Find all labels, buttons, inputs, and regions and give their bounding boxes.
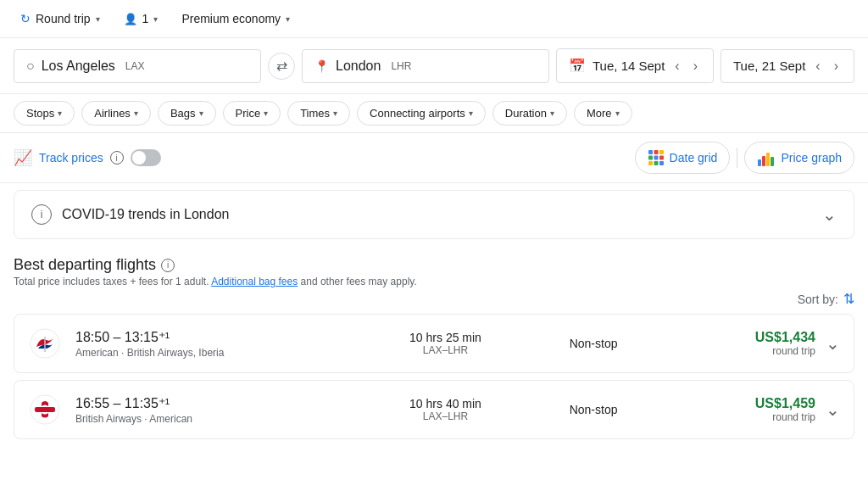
depart-prev-button[interactable]: ‹ bbox=[671, 59, 682, 74]
airlines-filter[interactable]: Airlines ▾ bbox=[81, 101, 151, 126]
price-filter[interactable]: Price ▾ bbox=[223, 101, 281, 126]
airlines-chevron: ▾ bbox=[134, 109, 138, 118]
passengers-button[interactable]: 👤 1 ▾ bbox=[117, 7, 165, 31]
price-amount-1: US$1,434 bbox=[667, 330, 815, 345]
connecting-chevron: ▾ bbox=[469, 109, 473, 118]
duration-time-2: 10 hrs 40 min bbox=[371, 397, 520, 410]
duration-route-2: LAX–LHR bbox=[371, 410, 520, 422]
airlines-label: Airlines bbox=[94, 107, 131, 120]
duration-filter[interactable]: Duration ▾ bbox=[492, 101, 567, 126]
tools-bar: 📈 Track prices i Date grid bbox=[0, 133, 868, 183]
track-prices-section: 📈 Track prices i bbox=[14, 148, 161, 167]
flights-info-icon[interactable]: i bbox=[161, 259, 175, 272]
swap-button[interactable]: ⇄ bbox=[268, 53, 295, 80]
track-prices-toggle[interactable] bbox=[131, 149, 161, 166]
more-filter[interactable]: More ▾ bbox=[574, 101, 632, 126]
svg-rect-2 bbox=[659, 150, 664, 154]
date-grid-label: Date grid bbox=[670, 151, 718, 165]
flight-duration-2: 10 hrs 40 min LAX–LHR bbox=[371, 397, 520, 422]
trip-type-label: Round trip bbox=[36, 12, 91, 25]
origin-code: LAX bbox=[125, 60, 145, 72]
price-chevron: ▾ bbox=[264, 109, 268, 118]
price-graph-label: Price graph bbox=[781, 151, 842, 165]
times-filter[interactable]: Times ▾ bbox=[287, 101, 350, 126]
origin-circle-icon: ○ bbox=[26, 59, 35, 74]
return-date-input[interactable]: Tue, 21 Sept ‹ › bbox=[721, 49, 854, 83]
section-title-text: Best departing flights bbox=[14, 256, 156, 274]
svg-rect-3 bbox=[648, 156, 653, 160]
svg-rect-10 bbox=[762, 156, 765, 166]
round-trip-icon: ↻ bbox=[20, 12, 31, 25]
track-prices-label: Track prices bbox=[39, 151, 103, 165]
calendar-icon: 📅 bbox=[569, 58, 586, 74]
duration-label: Duration bbox=[505, 107, 547, 120]
subtitle-text: Total price includes taxes + fees for 1 … bbox=[14, 276, 209, 287]
bags-label: Bags bbox=[170, 107, 196, 120]
flight-duration-1: 10 hrs 25 min LAX–LHR bbox=[371, 331, 520, 356]
flight-time-range-2: 16:55 – 11:35⁺¹ bbox=[75, 395, 371, 411]
destination-code: LHR bbox=[391, 60, 411, 72]
trip-type-chevron: ▾ bbox=[96, 14, 100, 24]
svg-rect-7 bbox=[654, 161, 658, 165]
airline-logo-1 bbox=[28, 326, 62, 360]
covid-section[interactable]: i COVID-19 trends in London ⌄ bbox=[14, 190, 854, 239]
stops-chevron: ▾ bbox=[58, 109, 62, 118]
bags-filter[interactable]: Bags ▾ bbox=[158, 101, 216, 126]
more-label: More bbox=[587, 107, 612, 120]
covid-info-icon: i bbox=[31, 204, 52, 225]
airline-names-2: British Airways · American bbox=[75, 413, 371, 425]
bags-chevron: ▾ bbox=[199, 109, 203, 118]
duration-chevron: ▾ bbox=[550, 109, 554, 118]
svg-rect-0 bbox=[648, 150, 653, 154]
connecting-airports-filter[interactable]: Connecting airports ▾ bbox=[357, 101, 486, 126]
depart-date-input[interactable]: 📅 Tue, 14 Sept ‹ › bbox=[556, 48, 714, 83]
svg-rect-11 bbox=[766, 153, 770, 166]
flight-row[interactable]: 16:55 – 11:35⁺¹ British Airways · Americ… bbox=[14, 380, 854, 439]
destination-city: London bbox=[336, 59, 381, 74]
expand-flight-1-icon[interactable]: ⌄ bbox=[826, 333, 840, 354]
trip-type-button[interactable]: ↻ Round trip ▾ bbox=[14, 7, 107, 31]
times-label: Times bbox=[300, 107, 330, 120]
return-date-label: Tue, 21 Sept bbox=[733, 59, 805, 73]
filter-bar: Stops ▾ Airlines ▾ Bags ▾ Price ▾ Times … bbox=[0, 94, 868, 133]
flights-section: Best departing flights i Total price inc… bbox=[0, 246, 868, 456]
flight-price-1: US$1,434 round trip bbox=[667, 330, 815, 357]
top-bar: ↻ Round trip ▾ 👤 1 ▾ Premium economy ▾ bbox=[0, 0, 868, 38]
price-type-2: round trip bbox=[667, 411, 815, 423]
origin-city: Los Angeles bbox=[42, 59, 115, 74]
sort-icon[interactable]: ⇅ bbox=[843, 291, 854, 307]
expand-flight-2-icon[interactable]: ⌄ bbox=[826, 399, 840, 420]
stops-label: Stops bbox=[26, 107, 54, 120]
track-trend-icon: 📈 bbox=[14, 148, 32, 167]
more-chevron: ▾ bbox=[615, 109, 620, 118]
origin-input[interactable]: ○ Los Angeles LAX bbox=[14, 49, 261, 83]
cabin-class-button[interactable]: Premium economy ▾ bbox=[175, 7, 297, 31]
sort-label: Sort by: bbox=[798, 293, 838, 306]
right-tools: Date grid Price graph bbox=[635, 142, 854, 174]
flight-row[interactable]: 18:50 – 13:15⁺¹ American · British Airwa… bbox=[14, 314, 854, 373]
track-prices-info-icon[interactable]: i bbox=[110, 151, 124, 165]
passenger-count: 1 bbox=[142, 12, 149, 25]
destination-pin-icon: 📍 bbox=[314, 59, 329, 73]
cabin-class-label: Premium economy bbox=[181, 12, 281, 25]
subtitle-text2: and other fees may apply. bbox=[301, 276, 417, 287]
svg-rect-12 bbox=[771, 157, 774, 166]
price-amount-2: US$1,459 bbox=[667, 396, 815, 411]
tools-divider bbox=[737, 148, 737, 168]
svg-rect-6 bbox=[648, 161, 653, 165]
return-prev-button[interactable]: ‹ bbox=[812, 59, 823, 74]
search-bar: ○ Los Angeles LAX ⇄ 📍 London LHR 📅 Tue, … bbox=[0, 38, 868, 94]
bag-fees-link[interactable]: Additional bag fees bbox=[211, 276, 298, 287]
covid-expand-icon: ⌄ bbox=[822, 204, 837, 225]
date-grid-button[interactable]: Date grid bbox=[635, 142, 731, 174]
stops-filter[interactable]: Stops ▾ bbox=[14, 101, 75, 126]
depart-next-button[interactable]: › bbox=[690, 59, 701, 74]
airline-logo-2 bbox=[28, 393, 62, 427]
section-subtitle: Total price includes taxes + fees for 1 … bbox=[14, 276, 854, 287]
svg-rect-1 bbox=[654, 150, 658, 154]
duration-route-1: LAX–LHR bbox=[371, 344, 520, 356]
return-next-button[interactable]: › bbox=[831, 59, 842, 74]
svg-rect-4 bbox=[654, 156, 658, 160]
destination-input[interactable]: 📍 London LHR bbox=[302, 49, 549, 83]
price-graph-button[interactable]: Price graph bbox=[744, 142, 854, 174]
